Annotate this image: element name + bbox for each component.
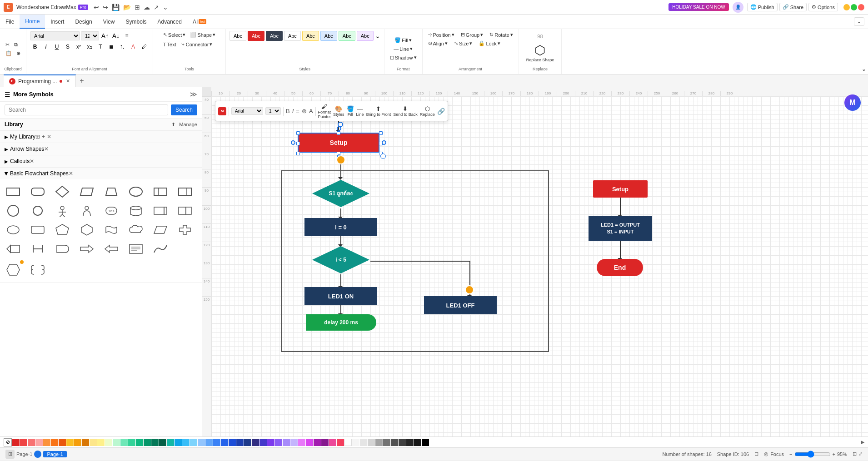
search-btn[interactable]: Search: [171, 104, 197, 115]
shape-hexagon2[interactable]: [4, 261, 23, 278]
shape-rect-cut[interactable]: [151, 202, 170, 219]
menu-view[interactable]: View: [98, 15, 120, 29]
color-1[interactable]: [12, 439, 20, 446]
float-fill-btn[interactable]: 🪣 Fill: [347, 105, 354, 117]
basic-flowchart-close-btn[interactable]: ✕: [69, 170, 73, 177]
canvas-area[interactable]: 10 20 30 40 50 60 70 80 90 100 110 120 1…: [202, 87, 868, 436]
style-chip-3[interactable]: Abc: [266, 31, 283, 41]
color-18[interactable]: [144, 439, 151, 446]
style-chip-6[interactable]: Abc: [320, 31, 337, 41]
shape-text-block[interactable]: [126, 240, 145, 258]
resize-handle-br[interactable]: [380, 154, 386, 159]
subscript-btn[interactable]: x₂: [85, 42, 95, 52]
float-send-back-btn[interactable]: ⬇ Send to Back: [393, 105, 418, 117]
style-chip-1[interactable]: Abc: [229, 31, 246, 41]
color-35[interactable]: [275, 439, 282, 446]
shape-parallelogram[interactable]: [77, 183, 96, 200]
color-black[interactable]: [422, 439, 429, 446]
shape-arrow-left[interactable]: [102, 240, 121, 258]
list-num-btn[interactable]: ⒈: [117, 42, 127, 52]
search-input[interactable]: [5, 104, 168, 115]
highlight-btn[interactable]: 🖊: [139, 42, 149, 52]
select-dropdown-icon[interactable]: ▾: [183, 32, 185, 38]
color-11[interactable]: [90, 439, 97, 446]
fc-mini-end[interactable]: End: [597, 259, 643, 276]
color-26[interactable]: [205, 439, 213, 446]
menu-symbols[interactable]: Symbols: [120, 15, 152, 29]
color-8[interactable]: [66, 439, 74, 446]
callouts-header[interactable]: ▶ Callouts ✕: [0, 155, 202, 167]
menu-ai[interactable]: AI hot: [187, 15, 212, 29]
float-replace-btn[interactable]: ⬡ Replace: [420, 105, 435, 117]
page-thumbnail-btn[interactable]: ⊞: [5, 450, 15, 459]
position-btn[interactable]: ⊹ Position ▾: [426, 31, 456, 39]
select-btn[interactable]: ↖ Select ▾: [161, 31, 188, 39]
no-color-btn[interactable]: ⊘: [4, 438, 12, 446]
rotate-dropdown[interactable]: ▾: [510, 32, 513, 38]
color-17[interactable]: [136, 439, 143, 446]
color-13[interactable]: [105, 439, 112, 446]
shape-pointed-left[interactable]: [4, 240, 23, 258]
layer-btn[interactable]: ⊟: [754, 451, 758, 457]
connector-dot-1[interactable]: [336, 155, 345, 164]
color-light2[interactable]: [360, 439, 367, 446]
zoom-out-btn[interactable]: −: [789, 451, 792, 457]
color-31[interactable]: [244, 439, 251, 446]
handle-tl[interactable]: [296, 131, 300, 135]
panel-collapse-btn[interactable]: ≫: [190, 90, 197, 99]
save-btn[interactable]: 💾: [112, 4, 120, 11]
color-15[interactable]: [120, 439, 128, 446]
rotate-handle[interactable]: [338, 122, 343, 127]
text-btn[interactable]: T Text: [161, 41, 178, 48]
shape-arrow-right[interactable]: [77, 240, 96, 258]
fc-mini-setup[interactable]: Setup: [593, 180, 648, 198]
my-library-header[interactable]: ▶ My Library ⊞ + ✕: [0, 131, 202, 143]
style-chip-7[interactable]: Abc: [339, 31, 355, 41]
lock-dropdown[interactable]: ▾: [498, 40, 500, 46]
align-btn[interactable]: ⊜ Align ▾: [426, 40, 449, 47]
copy-btn[interactable]: ⧉: [12, 41, 20, 49]
menu-advanced[interactable]: Advanced: [152, 15, 187, 29]
float-italic-btn[interactable]: I: [292, 108, 294, 114]
float-close-btn[interactable]: 🔗: [437, 108, 445, 115]
shape-person[interactable]: [53, 202, 72, 219]
snap-right[interactable]: [382, 140, 386, 145]
float-size-select[interactable]: 12: [265, 107, 281, 115]
menu-design[interactable]: Design: [70, 15, 97, 29]
shape-curve[interactable]: [151, 240, 170, 258]
color-19[interactable]: [151, 439, 159, 446]
color-dark2[interactable]: [414, 439, 421, 446]
connector-btn[interactable]: ⤷ Connector ▾: [179, 40, 215, 48]
font-increase-btn[interactable]: A↑: [100, 31, 110, 41]
manage-label[interactable]: Manage: [179, 122, 197, 127]
holiday-sale-btn[interactable]: HOLIDAY SALE ON NOW: [668, 3, 728, 11]
shape-decision[interactable]: Yes: [102, 202, 121, 219]
shape-cloud[interactable]: [126, 221, 145, 238]
connector-dot-2[interactable]: [465, 285, 474, 294]
float-font-select[interactable]: Arial: [231, 107, 263, 115]
shape-oval[interactable]: [4, 202, 23, 219]
shape-diamond[interactable]: [53, 183, 72, 200]
align-left-btn[interactable]: ≡: [122, 31, 132, 41]
handle-ml[interactable]: [296, 142, 300, 145]
color-4[interactable]: [35, 439, 43, 446]
color-29[interactable]: [229, 439, 236, 446]
arrow-shapes-header[interactable]: ▶ Arrow Shapes ✕: [0, 143, 202, 155]
fullscreen-btn[interactable]: ⤢: [858, 451, 863, 457]
color-2[interactable]: [20, 439, 27, 446]
line-dropdown[interactable]: ▾: [410, 46, 413, 52]
color-25[interactable]: [198, 439, 205, 446]
minimize-btn[interactable]: [843, 4, 850, 10]
undo-btn[interactable]: ↩: [94, 4, 99, 11]
tab-programming[interactable]: E Programming ... ✕: [4, 74, 76, 87]
focus-btn[interactable]: ◎ Focus: [764, 451, 784, 457]
fit-page-btn[interactable]: ⊡: [853, 451, 857, 457]
color-27[interactable]: [213, 439, 220, 446]
color-12[interactable]: [97, 439, 105, 446]
superscript-btn[interactable]: x²: [74, 42, 84, 52]
cloud-btn[interactable]: ☁: [144, 4, 150, 11]
float-bold-btn[interactable]: B: [286, 108, 290, 114]
color-32[interactable]: [252, 439, 259, 446]
color-37[interactable]: [290, 439, 298, 446]
fc-delay-shape[interactable]: delay 200 ms: [306, 314, 376, 331]
